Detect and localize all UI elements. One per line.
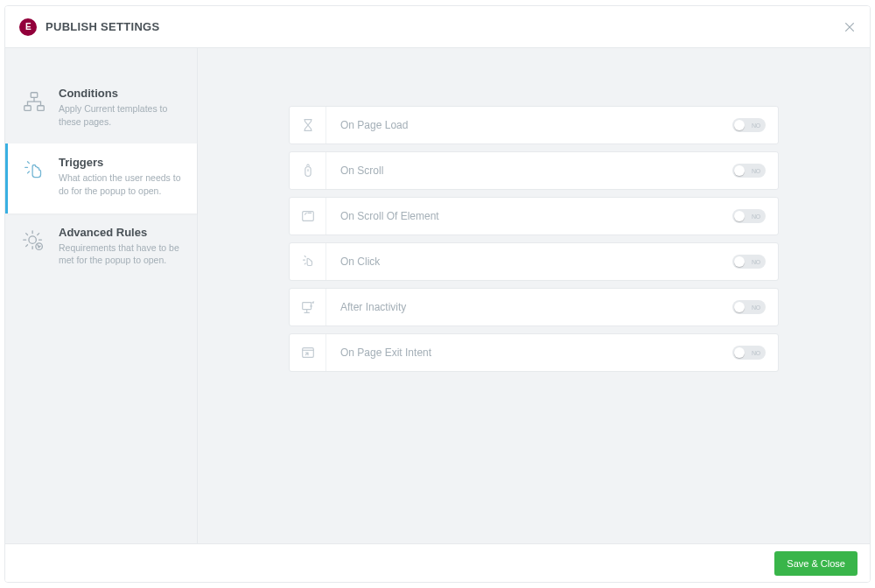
click-gesture-icon — [20, 158, 48, 186]
trigger-label: On Click — [326, 256, 732, 268]
toggle-exit-intent[interactable]: NO — [732, 346, 766, 360]
elementor-logo-icon: E — [19, 18, 37, 36]
toggle-off-label: NO — [752, 168, 760, 174]
gear-icon — [20, 228, 48, 256]
toggle-on-scroll[interactable]: NO — [732, 164, 766, 178]
modal-title: PUBLISH SETTINGS — [46, 20, 159, 33]
modal-body: Conditions Apply Current templates to th… — [5, 48, 870, 543]
close-icon[interactable] — [844, 21, 856, 33]
toggle-off-label: NO — [752, 350, 760, 356]
trigger-label: On Page Load — [326, 119, 732, 131]
sidebar-item-conditions[interactable]: Conditions Apply Current templates to th… — [5, 74, 197, 144]
sidebar-item-desc: What action the user needs to do for the… — [59, 172, 185, 197]
publish-settings-modal: E PUBLISH SETTINGS Conditions Apply C — [4, 5, 871, 583]
sidebar-item-title: Advanced Rules — [59, 226, 185, 239]
trigger-row-on-scroll: On Scroll NO — [289, 151, 779, 190]
trigger-row-exit-intent: On Page Exit Intent NO — [289, 333, 779, 372]
trigger-label: On Scroll — [326, 164, 732, 177]
modal-footer: Save & Close — [5, 543, 870, 582]
toggle-scroll-element[interactable]: NO — [732, 209, 766, 223]
svg-rect-2 — [38, 106, 45, 111]
scroll-mouse-icon — [290, 152, 326, 189]
sidebar-item-advanced-rules[interactable]: Advanced Rules Requirements that have to… — [5, 214, 197, 283]
trigger-label: On Page Exit Intent — [326, 346, 732, 359]
save-and-close-button[interactable]: Save & Close — [774, 551, 858, 576]
toggle-page-load[interactable]: NO — [732, 118, 766, 132]
hourglass-icon — [290, 107, 326, 144]
trigger-row-page-load: On Page Load NO — [289, 106, 779, 144]
sidebar: Conditions Apply Current templates to th… — [5, 48, 198, 543]
sidebar-item-triggers[interactable]: Triggers What action the user needs to d… — [5, 144, 197, 213]
trigger-row-after-inactivity: After Inactivity NO — [289, 288, 779, 326]
toggle-after-inactivity[interactable]: NO — [732, 300, 766, 314]
trigger-label: On Scroll Of Element — [326, 210, 732, 222]
modal-header: E PUBLISH SETTINGS — [5, 6, 870, 48]
scroll-element-icon — [290, 198, 326, 234]
trigger-row-scroll-element: On Scroll Of Element NO — [289, 197, 779, 235]
click-icon — [290, 243, 326, 280]
content-pane: On Page Load NO On Scroll NO — [198, 48, 870, 543]
sidebar-item-desc: Requirements that have to be met for the… — [59, 242, 185, 267]
svg-rect-7 — [302, 303, 311, 310]
toggle-off-label: NO — [752, 304, 760, 311]
svg-point-3 — [29, 236, 36, 243]
inactivity-icon — [290, 289, 326, 326]
sidebar-item-desc: Apply Current templates to these pages. — [59, 102, 185, 128]
sitemap-icon — [20, 88, 48, 116]
trigger-label: After Inactivity — [326, 301, 732, 313]
svg-rect-1 — [24, 106, 32, 111]
toggle-off-label: NO — [752, 122, 760, 129]
trigger-list: On Page Load NO On Scroll NO — [289, 106, 779, 372]
exit-intent-icon — [290, 334, 326, 371]
sidebar-item-title: Conditions — [59, 87, 185, 100]
toggle-on-click[interactable]: NO — [732, 255, 766, 269]
toggle-off-label: NO — [752, 259, 760, 265]
toggle-off-label: NO — [752, 214, 760, 220]
svg-rect-0 — [31, 93, 38, 98]
trigger-row-on-click: On Click NO — [289, 242, 779, 281]
sidebar-item-title: Triggers — [59, 156, 185, 169]
